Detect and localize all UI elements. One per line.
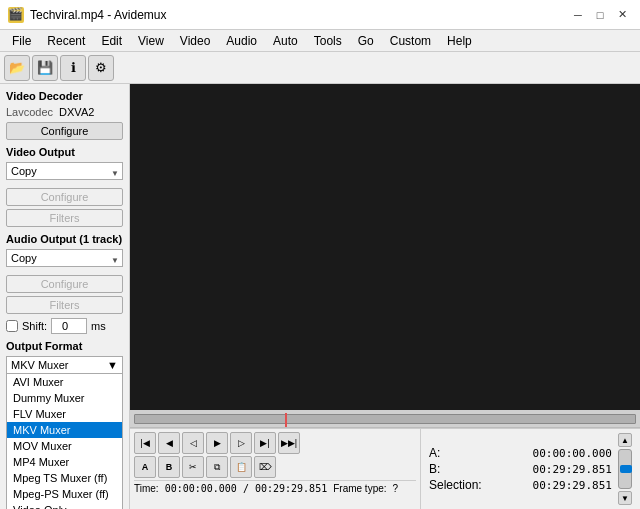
video-output-select[interactable]: Copy Mpeg4 AVC (x264) Mpeg4 ASP (Xvid4) … — [6, 162, 123, 180]
save-button[interactable]: 💾 — [32, 55, 58, 81]
video-decoder-configure-button[interactable]: Configure — [6, 122, 123, 140]
a-label: A: — [429, 446, 440, 460]
output-format-title: Output Format — [6, 340, 123, 352]
paste-button[interactable]: 📋 — [230, 456, 252, 478]
right-panel: |◀ ◀ ◁ ▶ ▷ ▶| ▶▶| A B ✂ ⧉ 📋 ⌦ — [130, 84, 640, 509]
menu-edit[interactable]: Edit — [93, 32, 130, 50]
menu-tools[interactable]: Tools — [306, 32, 350, 50]
dxva2-label: DXVA2 — [59, 106, 94, 118]
audio-output-filters-button[interactable]: Filters — [6, 296, 123, 314]
go-start-button[interactable]: |◀ — [134, 432, 156, 454]
shift-unit: ms — [91, 320, 106, 332]
output-format-item-mpegps[interactable]: Mpeg-PS Muxer (ff) — [7, 486, 122, 502]
output-format-item-flv[interactable]: FLV Muxer — [7, 406, 122, 422]
cut-button[interactable]: ✂ — [182, 456, 204, 478]
copy-button[interactable]: ⧉ — [206, 456, 228, 478]
output-format-selected[interactable]: MKV Muxer ▼ — [6, 356, 123, 374]
play-button[interactable]: ▶ — [206, 432, 228, 454]
output-format-dropdown[interactable]: MKV Muxer ▼ AVI Muxer Dummy Muxer FLV Mu… — [6, 356, 123, 374]
output-format-item-videoonly[interactable]: Video Only — [7, 502, 122, 509]
output-format-list: AVI Muxer Dummy Muxer FLV Muxer MKV Muxe… — [6, 374, 123, 509]
minimize-button[interactable]: ─ — [568, 5, 588, 25]
shift-input[interactable] — [51, 318, 87, 334]
toolbar: 📂 💾 ℹ ⚙ — [0, 52, 640, 84]
scroll-up-button[interactable]: ▲ — [618, 433, 632, 447]
left-panel: Video Decoder Lavcodec DXVA2 Configure V… — [0, 84, 130, 509]
time-info-row: Time: 00:00:00.000 / 00:29:29.851 Frame … — [134, 480, 416, 494]
audio-output-select[interactable]: Copy AAC (FAAC) AC3 MP3 (LAME) Vorbis — [6, 249, 123, 267]
menu-auto[interactable]: Auto — [265, 32, 306, 50]
menu-file[interactable]: File — [4, 32, 39, 50]
output-format-item-mkv[interactable]: MKV Muxer — [7, 422, 122, 438]
settings-button[interactable]: ⚙ — [88, 55, 114, 81]
shift-checkbox[interactable] — [6, 320, 18, 332]
frame-type-label: Frame type: — [333, 483, 386, 494]
ab-marks-row: A B ✂ ⧉ 📋 ⌦ — [134, 456, 416, 478]
prev-frame-button[interactable]: ◀ — [158, 432, 180, 454]
info-button[interactable]: ℹ — [60, 55, 86, 81]
timeline-track[interactable] — [134, 414, 636, 424]
a-value: 00:00:00.000 — [533, 447, 612, 460]
menu-audio[interactable]: Audio — [218, 32, 265, 50]
shift-label: Shift: — [22, 320, 47, 332]
scroll-down-button[interactable]: ▼ — [618, 491, 632, 505]
title-bar: 🎬 Techviral.mp4 - Avidemux ─ □ ✕ — [0, 0, 640, 30]
menu-help[interactable]: Help — [439, 32, 480, 50]
video-output-select-wrapper: Copy Mpeg4 AVC (x264) Mpeg4 ASP (Xvid4) … — [6, 162, 123, 184]
selection-value: 00:29:29.851 — [533, 479, 612, 492]
output-format-item-mpegts[interactable]: Mpeg TS Muxer (ff) — [7, 470, 122, 486]
go-end-button[interactable]: ▶▶| — [278, 432, 300, 454]
scroll-controls: ▲ ▼ — [618, 433, 632, 505]
controls-left: |◀ ◀ ◁ ▶ ▷ ▶| ▶▶| A B ✂ ⧉ 📋 ⌦ — [130, 429, 420, 509]
selection-label: Selection: — [429, 478, 482, 492]
play-backward-button[interactable]: ◁ — [182, 432, 204, 454]
title-bar-controls: ─ □ ✕ — [568, 5, 632, 25]
output-format-item-mp4[interactable]: MP4 Muxer — [7, 454, 122, 470]
open-button[interactable]: 📂 — [4, 55, 30, 81]
video-output-configure-button[interactable]: Configure — [6, 188, 123, 206]
mark-b-button[interactable]: B — [158, 456, 180, 478]
playback-row: |◀ ◀ ◁ ▶ ▷ ▶| ▶▶| — [134, 432, 416, 454]
menu-go[interactable]: Go — [350, 32, 382, 50]
video-output-title: Video Output — [6, 146, 123, 158]
audio-output-title: Audio Output (1 track) — [6, 233, 123, 245]
audio-output-configure-button[interactable]: Configure — [6, 275, 123, 293]
next-frame-button[interactable]: ▶| — [254, 432, 276, 454]
bottom-controls: |◀ ◀ ◁ ▶ ▷ ▶| ▶▶| A B ✂ ⧉ 📋 ⌦ — [130, 428, 640, 509]
timeline-position-marker — [285, 413, 287, 427]
video-output-filters-button[interactable]: Filters — [6, 209, 123, 227]
b-info-row: B: 00:29:29.851 — [429, 461, 612, 477]
video-decoder-title: Video Decoder — [6, 90, 123, 102]
menu-view[interactable]: View — [130, 32, 172, 50]
main-layout: Video Decoder Lavcodec DXVA2 Configure V… — [0, 84, 640, 509]
output-format-item-mov[interactable]: MOV Muxer — [7, 438, 122, 454]
menu-video[interactable]: Video — [172, 32, 218, 50]
app-icon: 🎬 — [8, 7, 24, 23]
b-value: 00:29:29.851 — [533, 463, 612, 476]
output-format-value: MKV Muxer — [11, 359, 68, 371]
output-format-item-avi[interactable]: AVI Muxer — [7, 374, 122, 390]
scroll-track — [618, 449, 632, 489]
timeline-bar[interactable] — [130, 410, 640, 428]
codec-row: Lavcodec DXVA2 — [6, 106, 123, 118]
scroll-control: A: 00:00:00.000 B: 00:29:29.851 Selectio… — [429, 433, 632, 505]
scroll-thumb — [620, 465, 632, 473]
b-label: B: — [429, 462, 440, 476]
ab-info: A: 00:00:00.000 B: 00:29:29.851 Selectio… — [429, 445, 612, 493]
lavcodec-label: Lavcodec — [6, 106, 53, 118]
close-button[interactable]: ✕ — [612, 5, 632, 25]
window-title: Techviral.mp4 - Avidemux — [30, 8, 167, 22]
frame-type-value: ? — [393, 483, 399, 494]
play-forward-button[interactable]: ▷ — [230, 432, 252, 454]
duration-value: / 00:29:29.851 — [243, 483, 327, 494]
menu-custom[interactable]: Custom — [382, 32, 439, 50]
delete-button[interactable]: ⌦ — [254, 456, 276, 478]
output-format-item-dummy[interactable]: Dummy Muxer — [7, 390, 122, 406]
menu-recent[interactable]: Recent — [39, 32, 93, 50]
time-label: Time: — [134, 483, 159, 494]
maximize-button[interactable]: □ — [590, 5, 610, 25]
shift-row: Shift: ms — [6, 318, 123, 334]
audio-output-select-wrapper: Copy AAC (FAAC) AC3 MP3 (LAME) Vorbis — [6, 249, 123, 271]
a-info-row: A: 00:00:00.000 — [429, 445, 612, 461]
mark-a-button[interactable]: A — [134, 456, 156, 478]
